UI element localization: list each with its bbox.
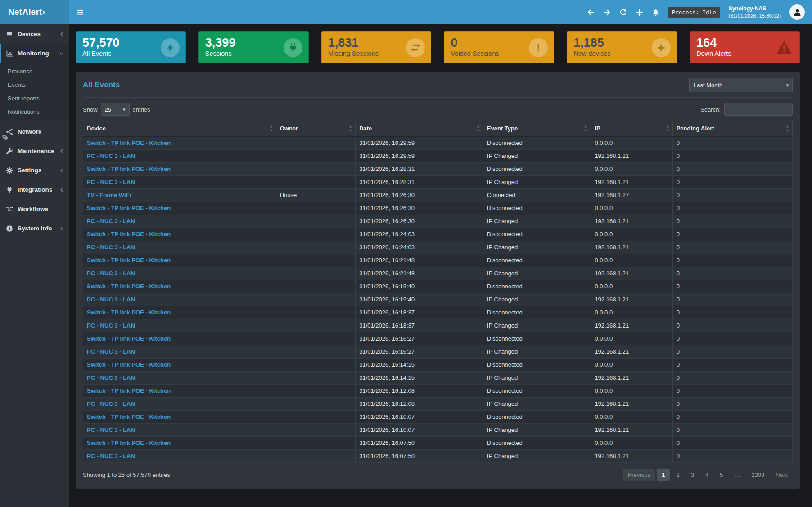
- sidebar-item-workflows[interactable]: Workflows: [0, 199, 69, 219]
- cell-event-type: Disconnected: [483, 254, 591, 267]
- pagination-page-2[interactable]: 2: [671, 469, 684, 481]
- cell-event-type: Disconnected: [483, 202, 591, 215]
- cell-device: PC - NUC 3 - LAN: [83, 397, 276, 410]
- column-header-owner[interactable]: Owner: [276, 121, 356, 137]
- search-input[interactable]: [724, 103, 793, 116]
- device-link[interactable]: Switch - TP link POE - Kitchen: [87, 413, 171, 420]
- sidebar-item-system-info[interactable]: System info: [0, 219, 69, 238]
- sidebar-toggle-button[interactable]: [69, 0, 91, 24]
- cell-event-type: Disconnected: [483, 332, 591, 345]
- chevron-left-icon: [59, 226, 64, 231]
- stat-card-missing-sessions[interactable]: 1,831 Missing Sessions: [321, 31, 432, 63]
- chevron-left-icon: [59, 187, 64, 193]
- sidebar-subitem-sent-reports[interactable]: Sent reports: [0, 91, 69, 105]
- device-link[interactable]: Switch - TP link POE - Kitchen: [87, 283, 171, 290]
- column-header-device[interactable]: Device: [83, 121, 276, 137]
- device-link[interactable]: PC - NUC 3 - LAN: [87, 270, 135, 277]
- page-length-select[interactable]: 25: [101, 103, 130, 116]
- cell-device: PC - NUC 3 - LAN: [83, 345, 276, 358]
- device-link[interactable]: Switch - TP link POE - Kitchen: [87, 440, 171, 446]
- sidebar-subitem-presence[interactable]: Presence: [0, 64, 69, 78]
- pagination-page-4[interactable]: 4: [700, 469, 713, 481]
- bell-icon[interactable]: [652, 9, 659, 16]
- period-select[interactable]: Last Month: [689, 78, 793, 92]
- cell-owner: House: [276, 188, 356, 202]
- sidebar-subitem-notifications[interactable]: Notifications: [0, 105, 69, 118]
- hamburger-icon: [77, 9, 84, 16]
- pagination-page-5[interactable]: 5: [715, 469, 728, 481]
- stat-card-all-events[interactable]: 57,570 All Events: [76, 31, 186, 63]
- device-link[interactable]: PC - NUC 3 - LAN: [87, 153, 135, 159]
- column-header-pending-alert[interactable]: Pending Alert: [672, 121, 792, 137]
- cell-pending-alert: 0: [672, 410, 792, 423]
- device-link[interactable]: Switch - TP link POE - Kitchen: [87, 361, 171, 368]
- stat-card-sessions[interactable]: 3,399 Sessions: [198, 31, 309, 63]
- device-link[interactable]: PC - NUC 3 - LAN: [87, 322, 135, 329]
- exclamation-icon: [529, 38, 548, 57]
- cell-pending-alert: 0: [672, 293, 792, 306]
- cell-ip: 192.168.1.21: [591, 175, 672, 188]
- back-arrow-icon[interactable]: [587, 9, 595, 16]
- device-link[interactable]: Switch - TP link POE - Kitchen: [87, 387, 171, 394]
- cell-device: Switch - TP link POE - Kitchen: [83, 436, 276, 449]
- device-link[interactable]: TV - Frame WiFi: [87, 192, 131, 198]
- column-header-ip[interactable]: IP: [591, 121, 672, 137]
- device-link[interactable]: Switch - TP link POE - Kitchen: [87, 335, 171, 342]
- device-link[interactable]: PC - NUC 3 - LAN: [87, 374, 135, 381]
- app-logo[interactable]: NetAlertx: [0, 0, 69, 24]
- sidebar-item-network[interactable]: Network: [0, 122, 69, 141]
- cell-ip: 192.168.1.21: [591, 449, 672, 462]
- main-content: 57,570 All Events 3,399 Sessions 1,831 M…: [69, 24, 812, 507]
- column-header-event-type[interactable]: Event Type: [483, 121, 591, 137]
- column-header-date[interactable]: Date: [356, 121, 483, 137]
- device-link[interactable]: Switch - TP link POE - Kitchen: [87, 139, 171, 146]
- stat-card-voided-sessions[interactable]: 0 Voided Sessions: [444, 31, 554, 63]
- pagination-previous[interactable]: Previous: [623, 469, 656, 481]
- cell-device: Switch - TP link POE - Kitchen: [83, 280, 276, 293]
- cell-owner: [276, 397, 356, 410]
- refresh-icon[interactable]: [619, 9, 627, 16]
- pagination-page-1[interactable]: 1: [657, 469, 670, 481]
- device-link[interactable]: PC - NUC 3 - LAN: [87, 218, 135, 224]
- cell-event-type: IP Changed: [483, 175, 591, 188]
- device-link[interactable]: Switch - TP link POE - Kitchen: [87, 231, 171, 238]
- move-icon[interactable]: [636, 9, 643, 16]
- pagination-next[interactable]: Next: [771, 469, 793, 481]
- event-row: Switch - TP link POE - Kitchen31/01/2026…: [83, 280, 793, 293]
- sidebar-item-devices[interactable]: Devices: [0, 24, 69, 44]
- device-link[interactable]: Switch - TP link POE - Kitchen: [87, 205, 171, 211]
- event-row: PC - NUC 3 - LAN31/01/2026, 16:29:59IP C…: [83, 149, 793, 162]
- chevron-down-icon: [59, 51, 64, 56]
- device-link[interactable]: PC - NUC 3 - LAN: [87, 179, 135, 185]
- cell-pending-alert: 0: [672, 228, 792, 241]
- device-link[interactable]: PC - NUC 3 - LAN: [87, 400, 135, 407]
- device-link[interactable]: PC - NUC 3 - LAN: [87, 453, 135, 459]
- device-link[interactable]: PC - NUC 3 - LAN: [87, 244, 135, 251]
- device-link[interactable]: Switch - TP link POE - Kitchen: [87, 166, 171, 172]
- stat-card-new-devices[interactable]: 1,185 New devices: [567, 31, 677, 63]
- cell-event-type: Disconnected: [483, 162, 591, 175]
- sidebar-item-integrations[interactable]: Integrations: [0, 180, 69, 199]
- sidebar-item-maintenance[interactable]: Maintenance: [0, 141, 69, 161]
- event-row: Switch - TP link POE - Kitchen31/01/2026…: [83, 254, 793, 267]
- sidebar-item-monitoring[interactable]: Monitoring: [0, 44, 69, 63]
- cell-owner: [276, 410, 356, 423]
- device-link[interactable]: Switch - TP link POE - Kitchen: [87, 257, 171, 264]
- cell-date: 31/01/2026, 16:28:31: [356, 162, 483, 175]
- cell-owner: [276, 175, 356, 188]
- pagination-page-3[interactable]: 3: [686, 469, 699, 481]
- device-link[interactable]: PC - NUC 3 - LAN: [87, 348, 135, 355]
- monitoring-submenu: Presence Events Sent reports Notificatio…: [0, 63, 69, 120]
- pagination-page-2303[interactable]: 2303: [746, 469, 769, 481]
- cell-device: PC - NUC 3 - LAN: [83, 175, 276, 188]
- sidebar-subitem-events[interactable]: Events: [0, 78, 69, 91]
- device-link[interactable]: Switch - TP link POE - Kitchen: [87, 309, 171, 316]
- cell-device: Switch - TP link POE - Kitchen: [83, 202, 276, 215]
- device-link[interactable]: PC - NUC 3 - LAN: [87, 426, 135, 433]
- event-row: Switch - TP link POE - Kitchen31/01/2026…: [83, 332, 793, 345]
- user-avatar[interactable]: [789, 4, 805, 20]
- stat-card-down-alerts[interactable]: 164 Down Alerts: [690, 31, 800, 63]
- sidebar-item-settings[interactable]: Settings: [0, 161, 69, 180]
- forward-arrow-icon[interactable]: [603, 9, 611, 16]
- device-link[interactable]: PC - NUC 3 - LAN: [87, 296, 135, 303]
